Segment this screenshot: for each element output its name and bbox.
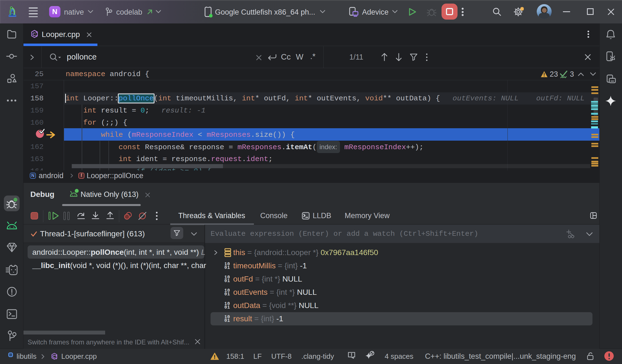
svg-text:C: C [52,354,56,359]
svg-text:C: C [33,32,36,37]
